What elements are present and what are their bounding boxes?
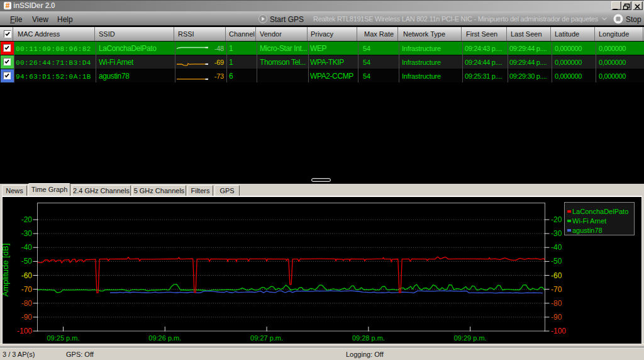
svg-text:-100: -100 [17, 327, 32, 335]
svg-text:-30: -30 [21, 229, 33, 238]
svg-text:-60: -60 [551, 271, 562, 280]
svg-text:09:28 p.m.: 09:28 p.m. [352, 334, 385, 342]
svg-text:09:26 p.m.: 09:26 p.m. [148, 334, 181, 342]
svg-text:-60: -60 [21, 271, 33, 280]
svg-text:09:27 p.m.: 09:27 p.m. [250, 334, 283, 342]
svg-text:LaConchaDelPato: LaConchaDelPato [572, 208, 628, 215]
svg-text:-30: -30 [551, 229, 562, 238]
svg-text:-70: -70 [551, 285, 562, 294]
svg-text:-90: -90 [21, 313, 33, 322]
svg-text:-90: -90 [551, 313, 562, 322]
svg-text:-80: -80 [21, 299, 33, 308]
svg-text:09:25 p.m.: 09:25 p.m. [47, 334, 80, 342]
svg-text:-70: -70 [21, 285, 33, 294]
svg-text:-40: -40 [21, 243, 33, 252]
svg-text:09:29 p.m.: 09:29 p.m. [454, 334, 487, 342]
svg-text:-100: -100 [551, 327, 566, 335]
svg-text:agustin78: agustin78 [572, 227, 602, 234]
svg-text:-40: -40 [551, 243, 562, 252]
svg-text:-80: -80 [551, 299, 562, 308]
svg-text:-20: -20 [21, 215, 33, 224]
svg-text:Wi-Fi Arnet: Wi-Fi Arnet [572, 217, 606, 225]
svg-text:-50: -50 [551, 257, 562, 266]
svg-text:-20: -20 [551, 215, 562, 224]
svg-text:-50: -50 [21, 257, 33, 266]
